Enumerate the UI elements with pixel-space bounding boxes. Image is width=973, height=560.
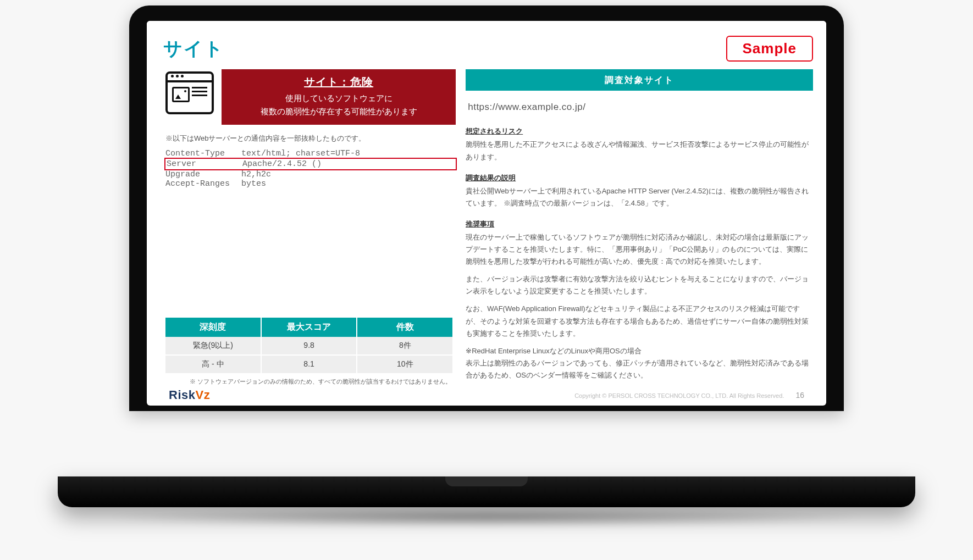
col-count: 件数 (357, 318, 452, 337)
left-column: サイト：危険 使用しているソフトウェアに 複数の脆弱性が存在する可能性があります… (160, 69, 456, 386)
reco-body-4: ※RedHat Enterprise LinuxなどのLinuxや商用OSの場合… (466, 345, 813, 381)
content-columns: サイト：危険 使用しているソフトウェアに 複数の脆弱性が存在する可能性があります… (160, 69, 813, 386)
http-header-row: Upgrade h2,h2c (165, 170, 456, 179)
severity-table-head: 深刻度 最大スコア 件数 (165, 318, 452, 337)
severity-row: 緊急(9以上) 9.8 8件 (165, 337, 452, 356)
reco-title: 推奨事項 (466, 218, 813, 230)
copyright-text: Copyright © PERSOL CROSS TECHNOLOGY CO.,… (574, 392, 784, 399)
severity-table: 深刻度 最大スコア 件数 緊急(9以上) 9.8 8件 (165, 318, 452, 374)
laptop-shadow (102, 507, 871, 527)
communication-note: ※以下はWebサーバーとの通信内容を一部抜粋したものです。 (165, 134, 456, 143)
col-max-score: 最大スコア (262, 318, 358, 337)
target-url: https://www.example.co.jp/ (466, 91, 813, 121)
target-header: 調査対象サイト (466, 69, 813, 91)
result-title: 調査結果の説明 (466, 172, 813, 184)
severity-footnote: ※ ソフトウェアバージョンのみの情報のため、すべての脆弱性が該当するわけではあり… (160, 378, 451, 386)
page-title: サイト (163, 36, 224, 62)
http-header-row-highlighted: Server Apache/2.4.52 () (164, 158, 457, 170)
page-number: 16 (795, 391, 804, 400)
right-column: 調査対象サイト https://www.example.co.jp/ 想定される… (466, 69, 813, 386)
slide-footer: RiskVz Copyright © PERSOL CROSS TECHNOLO… (160, 386, 813, 406)
reco-body-3: なお、WAF(Web Application Firewall)などセキュリティ… (466, 303, 813, 339)
risk-title: 想定されるリスク (466, 125, 813, 137)
window-titlebar (147, 21, 826, 27)
laptop-frame: サイト Sample (129, 5, 844, 411)
report-slide: サイト Sample (147, 27, 826, 406)
danger-row: サイト：危険 使用しているソフトウェアに 複数の脆弱性が存在する可能性があります (160, 69, 456, 125)
danger-banner: サイト：危険 使用しているソフトウェアに 複数の脆弱性が存在する可能性があります (222, 69, 456, 125)
risk-body: 脆弱性を悪用した不正アクセスによる改ざんや情報漏洩、サービス拒否攻撃によるサービ… (466, 138, 813, 163)
laptop-notch (445, 476, 528, 486)
browser-window-icon (165, 71, 214, 114)
col-severity: 深刻度 (165, 318, 262, 337)
reco-body-1: 現在のサーバー上で稼働しているソフトウェアが脆弱性に対応済みか確認し、未対応の場… (466, 231, 813, 268)
danger-title: サイト：危険 (230, 75, 447, 90)
brand-logo: RiskVz (169, 388, 210, 402)
http-header-row: Accept-Ranges bytes (165, 179, 456, 188)
laptop-bezel: サイト Sample (129, 5, 844, 411)
http-headers: Content-Type text/html; charset=UTF-8 Se… (165, 149, 456, 188)
danger-desc: 使用しているソフトウェアに 複数の脆弱性が存在する可能性があります (230, 92, 447, 118)
http-header-row: Content-Type text/html; charset=UTF-8 (165, 149, 456, 158)
severity-row: 高 - 中 8.1 10件 (165, 356, 452, 374)
reco-body-2: また、バージョン表示は攻撃者に有効な攻撃方法を絞り込むヒントを与えることになりま… (466, 273, 813, 297)
slide-header: サイト Sample (163, 36, 813, 62)
sample-badge: Sample (726, 36, 814, 62)
result-body: 貴社公開Webサーバー上で利用されているApache HTTP Server (… (466, 185, 813, 209)
laptop-base (58, 476, 915, 507)
laptop-screen: サイト Sample (147, 21, 826, 406)
